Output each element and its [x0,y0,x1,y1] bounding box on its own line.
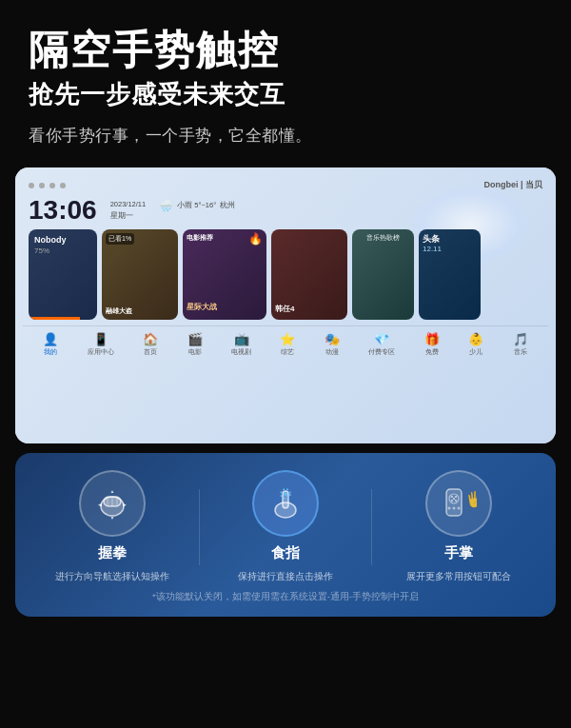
tv-nav-variety[interactable]: ⭐ 综艺 [280,332,295,357]
svg-point-12 [284,492,287,496]
tv-nav-movie[interactable]: 🎬 电影 [187,332,203,357]
tv-dot-1 [29,183,34,188]
palm-desc: 展开更多常用按钮可配合 [406,570,511,583]
tv-navbar: 👤 我的 📱 应用中心 🏠 首页 🎬 电影 📺 电视剧 ⭐ 综艺 [23,325,548,359]
svg-point-22 [457,507,460,510]
nobody-progress [29,317,80,320]
tv-card-headline[interactable]: 头条 12.11 [419,229,481,320]
svg-point-15 [451,496,453,498]
movie-title-label: 电影推荐 [187,233,213,243]
fist-icon-circle: ▲ ▼ ◀ ▶ [79,470,146,537]
tv-nav-paid[interactable]: 💎 付费专区 [368,332,395,357]
tv-nav-mine[interactable]: 👤 我的 [43,332,58,357]
svg-point-16 [453,498,455,500]
tv-weekday: 星期一 [110,210,147,221]
svg-text:▶: ▶ [123,502,127,507]
music-title: 音乐热歌榜 [356,233,410,243]
svg-point-19 [455,500,457,502]
variety-label: 综艺 [281,348,294,357]
finger-svg [267,485,304,521]
tv-card-action4[interactable]: 韩任4 [271,229,347,320]
gesture-item-fist: ▲ ▼ ◀ ▶ 握拳 进行方向导航选择认知操作 [27,470,199,583]
free-label: 免费 [425,348,439,357]
nobody-title: Nobody [34,235,67,245]
svg-point-17 [455,496,457,498]
fire-icon: 🔥 [248,232,263,246]
sub-title: 抢先一步感受未来交互 [29,78,542,111]
paid-icon: 💎 [374,332,389,346]
tv-nav-tv[interactable]: 📺 电视剧 [231,332,251,357]
movie-icon: 🎬 [187,332,203,346]
svg-text:▲: ▲ [110,488,115,494]
kids-icon: 👶 [468,332,483,346]
tv-icon: 📺 [234,332,249,346]
fist-name: 握拳 [98,544,127,562]
tv-card-nobody[interactable]: Nobody 75% [29,229,97,320]
home-icon: 🏠 [143,332,158,346]
tv-dot-2 [39,183,45,188]
tv-date: 2023/12/11 [110,199,147,209]
paid-label: 付费专区 [368,348,395,357]
tv-dots [29,183,66,188]
palm-name: 手掌 [444,544,473,562]
music-icon: 🎵 [513,332,528,346]
palm-svg: 🖐 [441,485,477,521]
mine-icon: 👤 [43,332,58,346]
headline-date: 12.11 [423,245,442,253]
mine-label: 我的 [44,348,57,357]
finger-desc: 保持进行直接点击操作 [238,570,333,583]
gesture-item-finger: 食指 保持进行直接点击操作 [200,470,372,583]
padre-title: 融雄大盗 [106,306,174,316]
tv-weather-area: 🌧️ 小雨 5°~16° 杭州 [159,199,235,212]
tv-card-movie[interactable]: 电影推荐 🔥 星际大战 [183,229,266,320]
tv-date-area: 2023/12/11 星期一 [110,199,147,221]
tv-screen: Dongbei | 当贝 13:06 2023/12/11 星期一 🌧️ 小雨 … [15,167,556,443]
svg-point-21 [452,507,455,510]
apps-label: 应用中心 [88,348,114,357]
apps-icon: 📱 [93,332,108,346]
music-label: 音乐 [514,348,527,357]
tv-nav-kids[interactable]: 👶 少儿 [468,332,483,357]
svg-text:◀: ◀ [98,502,102,507]
padre-tag: 已看1% [106,233,134,245]
tv-nav-music[interactable]: 🎵 音乐 [513,332,528,357]
svg-point-18 [451,500,453,502]
svg-point-20 [447,507,450,510]
home-label: 首页 [144,348,157,357]
finger-name: 食指 [271,544,300,562]
tv-dot-3 [49,183,55,188]
footnote: *该功能默认关闭，如需使用需在系统设置-通用-手势控制中开启 [27,591,544,603]
action4-title: 韩任4 [275,304,344,314]
tv-card-music[interactable]: 音乐热歌榜 [352,229,414,320]
free-icon: 🎁 [424,332,440,346]
movie-subtitle: 星际大战 [187,302,263,312]
tv-nav-anime[interactable]: 🎭 动漫 [325,332,340,357]
gesture-section: ▲ ▼ ◀ ▶ 握拳 进行方向导航选择认知操作 [15,453,556,617]
tv-weather: 小雨 5°~16° [177,201,216,210]
anime-icon: 🎭 [325,332,340,346]
gesture-row: ▲ ▼ ◀ ▶ 握拳 进行方向导航选择认知操作 [27,470,544,583]
nobody-pct: 75% [34,246,49,255]
weather-icon: 🌧️ [159,199,173,212]
svg-rect-13 [446,489,462,516]
anime-label: 动漫 [325,348,339,357]
tv-nav-free[interactable]: 🎁 免费 [424,332,440,357]
svg-text:▼: ▼ [110,515,115,521]
svg-text:🖐: 🖐 [465,490,477,508]
variety-icon: ⭐ [280,332,295,346]
tv-dot-4 [60,183,66,188]
fist-desc: 进行方向导航选择认知操作 [55,570,169,583]
tv-location: 杭州 [220,201,235,210]
desc-text: 看你手势行事，一个手势，它全都懂。 [29,125,542,147]
tv-card-padre[interactable]: 融雄大盗 已看1% [102,229,178,320]
movie-label: 电影 [188,348,202,357]
kids-label: 少儿 [469,348,482,357]
tv-cards: Nobody 75% 融雄大盗 已看1% 电影推荐 🔥 星际大战 韩任4 音乐热… [23,227,548,322]
tv-nav-apps[interactable]: 📱 应用中心 [88,332,114,357]
palm-icon-circle: 🖐 [425,470,492,537]
finger-icon-circle [252,470,319,537]
tv-label: 电视剧 [231,348,251,357]
tv-nav-home[interactable]: 🏠 首页 [143,332,158,357]
fist-svg: ▲ ▼ ◀ ▶ [94,485,130,521]
main-title: 隔空手势触控 [29,27,542,74]
